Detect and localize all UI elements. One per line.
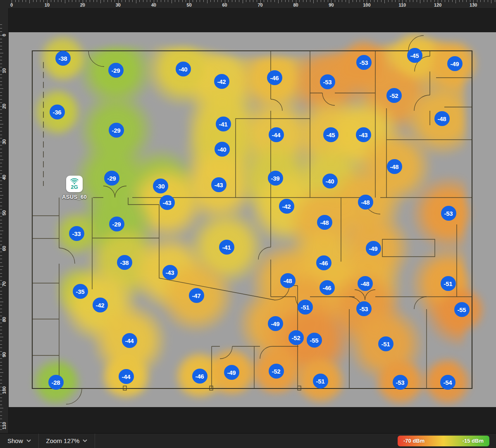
survey-point[interactable]: -53 [356, 55, 372, 70]
survey-point[interactable]: -53 [320, 74, 335, 89]
survey-point[interactable]: -44 [122, 333, 137, 348]
survey-point[interactable]: -48 [387, 159, 402, 174]
survey-point[interactable]: -52 [269, 364, 284, 379]
access-point-icon[interactable]: 2G [66, 176, 83, 192]
chevron-down-icon [26, 439, 31, 442]
survey-point[interactable]: -52 [386, 88, 402, 103]
survey-point[interactable]: -49 [447, 56, 463, 71]
survey-point[interactable]: -42 [214, 74, 229, 89]
legend-max-label: -15 dBm [463, 436, 484, 446]
survey-point[interactable]: -42 [93, 298, 108, 312]
survey-point[interactable]: -44 [269, 127, 284, 142]
survey-point[interactable]: -40 [322, 174, 338, 188]
survey-point[interactable]: -43 [162, 265, 178, 280]
survey-point[interactable]: -49 [224, 365, 239, 380]
survey-point[interactable]: -43 [211, 177, 227, 192]
survey-point[interactable]: -46 [316, 255, 331, 270]
survey-points-layer: -38-29-40-42-46-53-53-45-49-52-36-48-29-… [8, 32, 496, 407]
survey-point[interactable]: -54 [440, 375, 455, 390]
survey-canvas[interactable]: -38-29-40-42-46-53-53-45-49-52-36-48-29-… [8, 8, 496, 433]
survey-point[interactable]: -29 [108, 63, 124, 78]
survey-point[interactable]: -47 [189, 288, 204, 303]
survey-point[interactable]: -53 [393, 375, 408, 390]
survey-point[interactable]: -53 [441, 206, 456, 221]
ruler-corner [0, 0, 8, 8]
survey-point[interactable]: -51 [298, 300, 313, 315]
survey-point[interactable]: -29 [104, 171, 119, 186]
survey-point[interactable]: -49 [366, 241, 381, 256]
survey-point[interactable]: -36 [50, 105, 65, 119]
toolbar-divider [95, 434, 95, 448]
survey-point[interactable]: -55 [307, 333, 322, 348]
survey-point[interactable]: -46 [320, 280, 335, 295]
survey-point[interactable]: -41 [216, 117, 231, 131]
chevron-down-icon [83, 439, 87, 442]
survey-point[interactable]: -38 [55, 51, 71, 66]
survey-point[interactable]: -33 [69, 226, 84, 241]
bottom-toolbar: Show Zoom 127% -70 dBm -15 dBm [0, 433, 496, 448]
survey-point[interactable]: -45 [407, 48, 422, 63]
survey-point[interactable]: -51 [378, 336, 393, 351]
access-point[interactable]: 2G ASUS_60 [66, 176, 83, 192]
survey-point[interactable]: -40 [215, 142, 230, 157]
survey-point[interactable]: -29 [109, 217, 124, 231]
survey-point[interactable]: -51 [441, 276, 456, 291]
floor-plan[interactable]: -38-29-40-42-46-53-53-45-49-52-36-48-29-… [8, 32, 496, 407]
ruler-vertical: 0102030405060708090100110 [0, 8, 9, 433]
survey-point[interactable]: -49 [268, 316, 283, 331]
wifi-icon [69, 178, 79, 184]
survey-point[interactable]: -52 [289, 330, 304, 345]
wifi-survey-app: 0102030405060708090100110120130 01020304… [0, 0, 496, 448]
survey-point[interactable]: -55 [454, 302, 470, 317]
survey-point[interactable]: -48 [358, 276, 373, 291]
survey-point[interactable]: -40 [176, 62, 191, 76]
survey-point[interactable]: -46 [267, 70, 282, 85]
survey-point[interactable]: -39 [268, 171, 283, 186]
survey-point[interactable]: -43 [356, 127, 371, 142]
survey-point[interactable]: -41 [219, 240, 234, 255]
access-point-name: ASUS_60 [54, 194, 95, 200]
survey-point[interactable]: -48 [434, 111, 450, 126]
survey-point[interactable]: -38 [117, 255, 132, 270]
survey-point[interactable]: -42 [279, 199, 294, 214]
ruler-horizontal: 0102030405060708090100110120130 [8, 0, 496, 9]
signal-scale-legend: -70 dBm -15 dBm [398, 436, 489, 446]
survey-point[interactable]: -44 [119, 369, 134, 384]
survey-point[interactable]: -28 [48, 375, 64, 390]
survey-point[interactable]: -48 [317, 215, 332, 230]
survey-point[interactable]: -46 [192, 369, 207, 384]
zoom-menu-label: Zoom 127% [46, 437, 80, 444]
survey-point[interactable]: -43 [160, 195, 175, 210]
survey-point[interactable]: -29 [109, 123, 124, 138]
survey-point[interactable]: -48 [358, 195, 373, 210]
survey-point[interactable]: -45 [323, 127, 339, 142]
survey-point[interactable]: -35 [73, 284, 88, 299]
show-menu-label: Show [7, 437, 23, 444]
survey-point[interactable]: -30 [153, 179, 168, 193]
access-point-band: 2G [71, 185, 78, 190]
survey-point[interactable]: -51 [313, 374, 328, 388]
zoom-menu-button[interactable]: Zoom 127% [39, 434, 95, 448]
survey-point[interactable]: -53 [356, 301, 372, 316]
survey-point[interactable]: -48 [280, 273, 296, 288]
show-menu-button[interactable]: Show [0, 434, 38, 448]
legend-min-label: -70 dBm [403, 436, 424, 446]
